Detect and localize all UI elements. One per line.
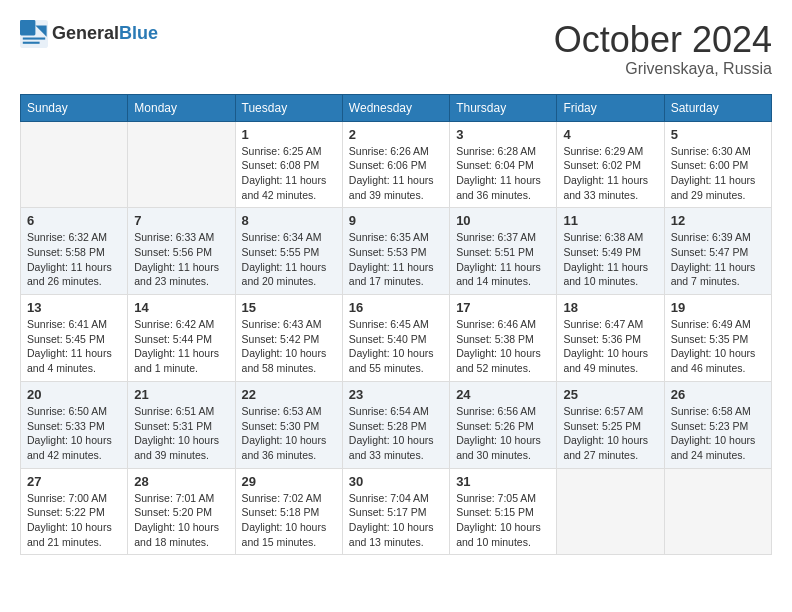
calendar-cell: 28Sunrise: 7:01 AM Sunset: 5:20 PM Dayli…: [128, 468, 235, 555]
logo-blue: Blue: [119, 24, 158, 44]
day-number: 10: [456, 213, 550, 228]
calendar-cell: 26Sunrise: 6:58 AM Sunset: 5:23 PM Dayli…: [664, 381, 771, 468]
day-info: Sunrise: 6:35 AM Sunset: 5:53 PM Dayligh…: [349, 230, 443, 289]
calendar-cell: 12Sunrise: 6:39 AM Sunset: 5:47 PM Dayli…: [664, 208, 771, 295]
day-info: Sunrise: 6:38 AM Sunset: 5:49 PM Dayligh…: [563, 230, 657, 289]
day-info: Sunrise: 6:41 AM Sunset: 5:45 PM Dayligh…: [27, 317, 121, 376]
calendar-cell: 3Sunrise: 6:28 AM Sunset: 6:04 PM Daylig…: [450, 121, 557, 208]
calendar-cell: 2Sunrise: 6:26 AM Sunset: 6:06 PM Daylig…: [342, 121, 449, 208]
calendar-cell: [128, 121, 235, 208]
day-info: Sunrise: 6:58 AM Sunset: 5:23 PM Dayligh…: [671, 404, 765, 463]
day-info: Sunrise: 6:32 AM Sunset: 5:58 PM Dayligh…: [27, 230, 121, 289]
day-number: 1: [242, 127, 336, 142]
day-info: Sunrise: 6:30 AM Sunset: 6:00 PM Dayligh…: [671, 144, 765, 203]
day-info: Sunrise: 6:45 AM Sunset: 5:40 PM Dayligh…: [349, 317, 443, 376]
calendar-cell: 18Sunrise: 6:47 AM Sunset: 5:36 PM Dayli…: [557, 295, 664, 382]
day-number: 28: [134, 474, 228, 489]
calendar-cell: 4Sunrise: 6:29 AM Sunset: 6:02 PM Daylig…: [557, 121, 664, 208]
calendar-cell: 14Sunrise: 6:42 AM Sunset: 5:44 PM Dayli…: [128, 295, 235, 382]
svg-rect-3: [23, 38, 45, 40]
calendar-cell: 9Sunrise: 6:35 AM Sunset: 5:53 PM Daylig…: [342, 208, 449, 295]
day-info: Sunrise: 6:54 AM Sunset: 5:28 PM Dayligh…: [349, 404, 443, 463]
logo-text: General Blue: [52, 24, 158, 44]
calendar-week-row-2: 6Sunrise: 6:32 AM Sunset: 5:58 PM Daylig…: [21, 208, 772, 295]
calendar-week-row-5: 27Sunrise: 7:00 AM Sunset: 5:22 PM Dayli…: [21, 468, 772, 555]
day-info: Sunrise: 6:43 AM Sunset: 5:42 PM Dayligh…: [242, 317, 336, 376]
day-info: Sunrise: 6:46 AM Sunset: 5:38 PM Dayligh…: [456, 317, 550, 376]
calendar-table: SundayMondayTuesdayWednesdayThursdayFrid…: [20, 94, 772, 556]
logo-general: General: [52, 24, 119, 44]
day-info: Sunrise: 7:00 AM Sunset: 5:22 PM Dayligh…: [27, 491, 121, 550]
calendar-week-row-4: 20Sunrise: 6:50 AM Sunset: 5:33 PM Dayli…: [21, 381, 772, 468]
weekday-header-friday: Friday: [557, 94, 664, 121]
logo-icon: [20, 20, 48, 48]
day-info: Sunrise: 6:49 AM Sunset: 5:35 PM Dayligh…: [671, 317, 765, 376]
calendar-week-row-1: 1Sunrise: 6:25 AM Sunset: 6:08 PM Daylig…: [21, 121, 772, 208]
day-info: Sunrise: 6:39 AM Sunset: 5:47 PM Dayligh…: [671, 230, 765, 289]
calendar-cell: [664, 468, 771, 555]
calendar-cell: 20Sunrise: 6:50 AM Sunset: 5:33 PM Dayli…: [21, 381, 128, 468]
day-number: 30: [349, 474, 443, 489]
day-number: 16: [349, 300, 443, 315]
weekday-header-thursday: Thursday: [450, 94, 557, 121]
calendar-cell: 8Sunrise: 6:34 AM Sunset: 5:55 PM Daylig…: [235, 208, 342, 295]
day-number: 21: [134, 387, 228, 402]
calendar-cell: 24Sunrise: 6:56 AM Sunset: 5:26 PM Dayli…: [450, 381, 557, 468]
day-info: Sunrise: 6:51 AM Sunset: 5:31 PM Dayligh…: [134, 404, 228, 463]
calendar-cell: 6Sunrise: 6:32 AM Sunset: 5:58 PM Daylig…: [21, 208, 128, 295]
day-number: 14: [134, 300, 228, 315]
day-info: Sunrise: 6:28 AM Sunset: 6:04 PM Dayligh…: [456, 144, 550, 203]
calendar-cell: 19Sunrise: 6:49 AM Sunset: 5:35 PM Dayli…: [664, 295, 771, 382]
day-number: 27: [27, 474, 121, 489]
calendar-cell: 10Sunrise: 6:37 AM Sunset: 5:51 PM Dayli…: [450, 208, 557, 295]
logo: General Blue: [20, 20, 158, 48]
weekday-header-sunday: Sunday: [21, 94, 128, 121]
weekday-header-monday: Monday: [128, 94, 235, 121]
calendar-cell: 13Sunrise: 6:41 AM Sunset: 5:45 PM Dayli…: [21, 295, 128, 382]
day-number: 23: [349, 387, 443, 402]
day-info: Sunrise: 6:37 AM Sunset: 5:51 PM Dayligh…: [456, 230, 550, 289]
day-number: 22: [242, 387, 336, 402]
day-info: Sunrise: 6:34 AM Sunset: 5:55 PM Dayligh…: [242, 230, 336, 289]
location-title: Grivenskaya, Russia: [554, 60, 772, 78]
calendar-cell: 15Sunrise: 6:43 AM Sunset: 5:42 PM Dayli…: [235, 295, 342, 382]
day-number: 26: [671, 387, 765, 402]
page-header: General Blue October 2024 Grivenskaya, R…: [20, 20, 772, 78]
day-number: 29: [242, 474, 336, 489]
day-info: Sunrise: 6:26 AM Sunset: 6:06 PM Dayligh…: [349, 144, 443, 203]
weekday-header-tuesday: Tuesday: [235, 94, 342, 121]
calendar-cell: 5Sunrise: 6:30 AM Sunset: 6:00 PM Daylig…: [664, 121, 771, 208]
title-area: October 2024 Grivenskaya, Russia: [554, 20, 772, 78]
day-number: 13: [27, 300, 121, 315]
day-number: 2: [349, 127, 443, 142]
weekday-header-row: SundayMondayTuesdayWednesdayThursdayFrid…: [21, 94, 772, 121]
calendar-cell: 21Sunrise: 6:51 AM Sunset: 5:31 PM Dayli…: [128, 381, 235, 468]
day-info: Sunrise: 6:25 AM Sunset: 6:08 PM Dayligh…: [242, 144, 336, 203]
day-number: 7: [134, 213, 228, 228]
svg-rect-4: [23, 42, 40, 44]
weekday-header-wednesday: Wednesday: [342, 94, 449, 121]
day-info: Sunrise: 6:56 AM Sunset: 5:26 PM Dayligh…: [456, 404, 550, 463]
calendar-cell: 16Sunrise: 6:45 AM Sunset: 5:40 PM Dayli…: [342, 295, 449, 382]
calendar-cell: 25Sunrise: 6:57 AM Sunset: 5:25 PM Dayli…: [557, 381, 664, 468]
day-number: 12: [671, 213, 765, 228]
day-info: Sunrise: 7:01 AM Sunset: 5:20 PM Dayligh…: [134, 491, 228, 550]
svg-rect-2: [20, 20, 35, 35]
day-number: 6: [27, 213, 121, 228]
calendar-cell: [21, 121, 128, 208]
calendar-cell: 22Sunrise: 6:53 AM Sunset: 5:30 PM Dayli…: [235, 381, 342, 468]
month-title: October 2024: [554, 20, 772, 60]
day-info: Sunrise: 7:04 AM Sunset: 5:17 PM Dayligh…: [349, 491, 443, 550]
calendar-cell: 7Sunrise: 6:33 AM Sunset: 5:56 PM Daylig…: [128, 208, 235, 295]
day-number: 18: [563, 300, 657, 315]
day-number: 20: [27, 387, 121, 402]
day-number: 25: [563, 387, 657, 402]
day-info: Sunrise: 6:53 AM Sunset: 5:30 PM Dayligh…: [242, 404, 336, 463]
calendar-cell: 1Sunrise: 6:25 AM Sunset: 6:08 PM Daylig…: [235, 121, 342, 208]
day-number: 9: [349, 213, 443, 228]
weekday-header-saturday: Saturday: [664, 94, 771, 121]
day-info: Sunrise: 6:50 AM Sunset: 5:33 PM Dayligh…: [27, 404, 121, 463]
calendar-cell: 31Sunrise: 7:05 AM Sunset: 5:15 PM Dayli…: [450, 468, 557, 555]
day-info: Sunrise: 6:29 AM Sunset: 6:02 PM Dayligh…: [563, 144, 657, 203]
day-number: 3: [456, 127, 550, 142]
